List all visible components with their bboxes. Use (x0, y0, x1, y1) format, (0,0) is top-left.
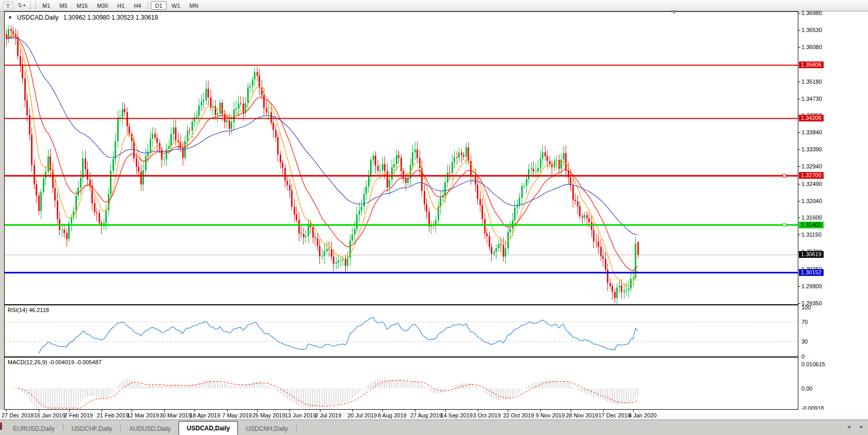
tab-separator (120, 424, 121, 431)
line-marker (783, 224, 786, 227)
timeframe-button-w1[interactable]: W1 (168, 1, 185, 10)
price-axis-label: 1.34730 (801, 96, 822, 102)
date-axis-tick (603, 410, 604, 412)
date-axis-label: 22 Oct 2019 (503, 412, 534, 418)
date-axis-label: 13 Jun 2019 (285, 412, 316, 418)
toolbar-separator (35, 2, 36, 9)
chart-tab-bar: EURUSD,DailyUSDCHF,DailyAUDUSD,DailyUSDC… (0, 420, 868, 435)
rsi-plot[interactable] (5, 305, 798, 356)
date-axis-label: 14 Sep 2019 (441, 412, 473, 418)
date-axis-tick (257, 410, 258, 412)
date-axis: 27 Dec 201815 Jan 20192 Feb 201921 Feb 2… (0, 410, 868, 420)
rsi-line (39, 318, 638, 354)
level-price-badge: 1.35606 (799, 61, 824, 68)
moving-average-line (6, 35, 638, 286)
price-axis-label: 1.35180 (801, 79, 822, 85)
date-axis-label: 2 Jul 2019 (315, 412, 342, 418)
date-axis-tick (633, 410, 634, 412)
date-axis-tick (227, 410, 228, 412)
timeframe-button-h1[interactable]: H1 (113, 1, 128, 10)
price-axis-tick (798, 303, 800, 304)
price-axis-label: 1.36530 (801, 27, 822, 33)
timeframe-button-mn[interactable]: MN (185, 1, 202, 10)
date-axis-label: 27 Aug 2019 (410, 412, 442, 418)
price-axis-label: 1.32040 (801, 198, 822, 204)
timeframe-button-h4[interactable]: H4 (130, 1, 145, 10)
date-axis-tick (415, 410, 415, 412)
date-axis-tick (69, 410, 70, 412)
tab-audusd[interactable]: AUDUSD,Daily (121, 423, 179, 434)
level-price-badge: 1.30152 (799, 269, 824, 276)
price-axis-tick (798, 13, 800, 13)
price-axis-label: 1.36080 (801, 44, 822, 50)
price-axis-label: 1.33840 (801, 129, 822, 135)
price-axis-label: 1.31150 (801, 231, 822, 238)
tab-separator (63, 424, 63, 431)
date-axis-label: 9 Nov 2019 (536, 412, 565, 418)
date-axis-label: 30 Mar 2019 (159, 412, 191, 418)
timeframe-button-m30[interactable]: M30 (93, 1, 112, 10)
toolbar: T ⇅ ▾ M1M5M15M30H1H4D1W1MN (0, 0, 868, 11)
updown-arrows-icon: ⇅ (18, 2, 22, 9)
date-axis-label: 27 Dec 2018 (2, 412, 34, 418)
level-price-badge: 1.31405 (799, 222, 824, 228)
price-axis-label: 1.36980 (801, 10, 822, 16)
date-axis-label: 20 Jul 2019 (348, 412, 377, 418)
rsi-label: RSI(14) 46.2118 (8, 307, 49, 313)
price-axis-tick (798, 99, 800, 99)
date-axis-label: 21 Feb 2019 (97, 412, 129, 418)
level-price-badge: 1.32700 (799, 172, 824, 179)
tab-usdchf[interactable]: USDCHF,Daily (64, 423, 120, 434)
macd-panel[interactable]: MACD(12,26,9) -0.004019 -0.005487 (4, 357, 798, 410)
price-axis-tick (798, 132, 800, 133)
date-axis-tick (132, 410, 132, 412)
toolbar-separator (148, 2, 148, 9)
dropdown-arrow-icon: ▾ (23, 3, 25, 8)
tab-usdcad[interactable]: USDCAD,Daily (179, 421, 238, 435)
tab-scroll-left-button[interactable]: ◄ (846, 424, 851, 430)
ohlc-values: 1.30962 1.30980 1.30523 1.30619 (63, 14, 158, 21)
tab-usdcnh[interactable]: USDCNH,Daily (238, 423, 295, 434)
moving-average-line (6, 38, 638, 235)
timeframe-button-d1[interactable]: D1 (151, 1, 166, 10)
main-plot[interactable] (5, 12, 798, 304)
date-axis-tick (39, 410, 39, 412)
date-axis-tick (571, 410, 571, 412)
tab-separator (296, 424, 297, 431)
timeframe-group: M1M5M15M30H1H4D1W1MN (38, 1, 203, 10)
price-axis-tick (798, 184, 800, 184)
date-axis-tick (508, 410, 508, 412)
arrange-charts-button[interactable]: ⇅ ▾ (15, 1, 28, 10)
macd-plot[interactable] (5, 358, 798, 409)
timeframe-button-m15[interactable]: M15 (73, 1, 92, 10)
text-tool-button[interactable]: T (3, 1, 13, 10)
price-axis-tick (798, 166, 800, 167)
tab-eurusd[interactable]: EURUSD,Daily (5, 423, 62, 434)
date-axis-tick (102, 410, 102, 412)
timeframe-button-m5[interactable]: M5 (55, 1, 71, 10)
date-axis-tick (290, 410, 290, 412)
date-axis-tick (478, 410, 478, 412)
price-axis-label: 1.31600 (801, 214, 822, 221)
window-edge-artifact (0, 423, 2, 430)
macd-histogram (11, 378, 638, 408)
date-axis-label: 17 Dec 2019 (599, 412, 631, 418)
date-axis-tick (445, 410, 446, 412)
candles-series (6, 25, 639, 304)
date-axis-label: 25 May 2019 (252, 412, 285, 418)
chart-title: ▼ USDCAD,Daily 1.30962 1.30980 1.30523 1… (8, 14, 158, 21)
rsi-panel[interactable]: RSI(14) 46.2118 (4, 305, 798, 357)
date-axis-tick (195, 410, 195, 412)
timeframe-button-m1[interactable]: M1 (38, 1, 54, 10)
date-axis-label: 4 Jan 2020 (629, 412, 656, 418)
current-price-badge: 1.30619 (799, 251, 824, 258)
title-marker-icon: ▼ (8, 15, 12, 20)
tab-scroll-right-button[interactable]: ► (859, 424, 864, 430)
price-axis-label: 1.33390 (801, 146, 822, 152)
price-axis-tick (798, 47, 800, 48)
date-axis-label: 28 Nov 2019 (566, 412, 598, 418)
macd-label: MACD(12,26,9) -0.004019 -0.005487 (8, 359, 102, 365)
main-chart-panel[interactable]: ▼ USDCAD,Daily 1.30962 1.30980 1.30523 1… (4, 11, 798, 305)
price-axis-label: 1.29800 (801, 283, 822, 289)
price-axis-tick (798, 201, 800, 201)
